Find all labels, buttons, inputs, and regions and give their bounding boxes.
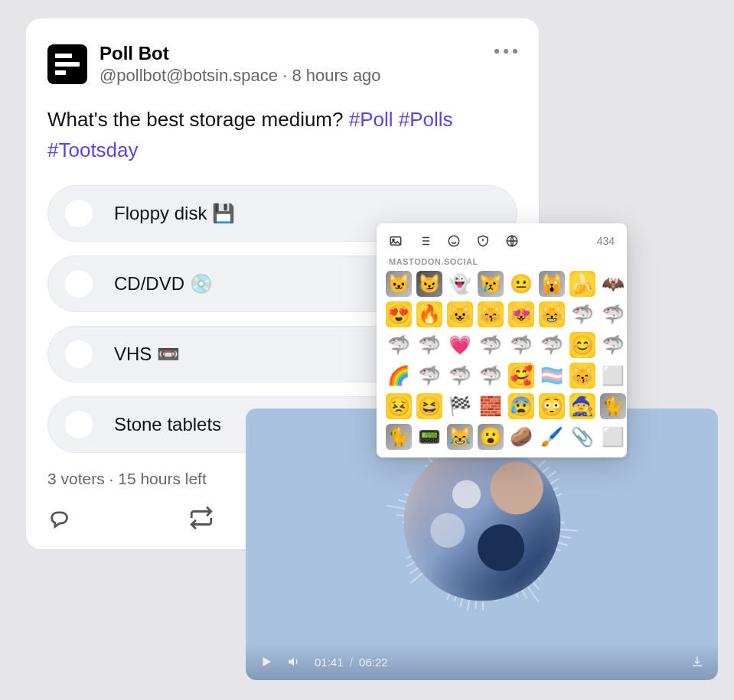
emoji-picker-panel: 434 MASTODON.SOCIAL 🐱😼👻😿😐🙀🍌🦇😍🔥😺😽😻😸🦈🦈🦈🦈💗🦈… (377, 223, 627, 457)
boost-icon[interactable] (188, 505, 214, 531)
more-options-button[interactable] (494, 49, 517, 54)
emoji-cell[interactable]: 🖌️ (539, 424, 565, 450)
emoji-cell[interactable]: 🦇 (600, 271, 626, 297)
reply-icon[interactable] (47, 505, 73, 531)
list-tab-icon[interactable] (418, 234, 432, 248)
emoji-cell[interactable]: 🦈 (416, 332, 442, 358)
poll-question-text: What's the best storage medium? (47, 108, 349, 131)
audio-total-time: 06:22 (359, 656, 388, 669)
emoji-cell[interactable]: 😰 (508, 393, 534, 419)
emoji-cell[interactable]: 🥔 (508, 424, 534, 450)
poll-option-label: VHS 📼 (114, 343, 180, 365)
emoji-cell[interactable]: 🦈 (508, 332, 534, 358)
radio-indicator (65, 200, 93, 227)
poll-body-text: What's the best storage medium? #Poll #P… (47, 104, 517, 166)
char-count: 434 (597, 235, 615, 247)
audio-current-time: 01:41 (315, 656, 344, 669)
audio-controls-bar: 01:41 / 06:22 (246, 643, 718, 680)
play-button[interactable] (259, 655, 273, 669)
emoji-cell[interactable]: 🐈 (386, 424, 412, 450)
emoji-cell[interactable]: 📟 (416, 424, 442, 450)
emoji-cell[interactable]: 🥰 (508, 363, 534, 389)
emoji-cell[interactable]: 🧱 (478, 393, 504, 419)
poll-option-label: Floppy disk 💾 (114, 203, 235, 224)
radio-indicator (65, 270, 93, 298)
emoji-cell[interactable]: 😳 (539, 393, 565, 419)
emoji-cell[interactable]: 👻 (447, 271, 473, 297)
emoji-cell[interactable]: 😿 (478, 271, 504, 297)
emoji-cell[interactable]: 🏁 (447, 393, 473, 419)
poll-bot-avatar[interactable] (47, 44, 87, 84)
emoji-cell[interactable]: 🦈 (600, 332, 626, 358)
emoji-cell[interactable]: 🦈 (386, 332, 412, 358)
emoji-cell[interactable]: 😣 (386, 393, 412, 419)
emoji-cell[interactable]: 🔥 (416, 301, 442, 327)
emoji-cell[interactable]: 🦈 (569, 301, 595, 327)
emoji-cell[interactable]: 💗 (447, 332, 473, 358)
emoji-cell[interactable]: 😻 (508, 301, 534, 327)
emoji-cell[interactable]: 😹 (447, 424, 473, 450)
radio-indicator (65, 411, 93, 438)
emoji-cell[interactable]: 🦈 (478, 363, 504, 389)
media-tab-icon[interactable] (389, 234, 403, 248)
hashtag-polls[interactable]: #Polls (399, 108, 453, 131)
emoji-cell[interactable]: ⬜ (600, 363, 626, 389)
emoji-server-label: MASTODON.SOCIAL (389, 257, 618, 266)
emoji-cell[interactable]: 🦈 (416, 363, 442, 389)
hashtag-poll[interactable]: #Poll (349, 108, 393, 131)
cw-tab-icon[interactable] (476, 234, 490, 248)
emoji-cell[interactable]: 🙀 (539, 271, 565, 297)
emoji-cell[interactable]: 🦈 (600, 301, 626, 327)
poll-option-label: Stone tablets (114, 414, 221, 435)
emoji-cell[interactable]: 😽 (478, 301, 504, 327)
poll-timestamp: 8 hours ago (292, 66, 380, 85)
svg-point-2 (449, 236, 459, 246)
globe-tab-icon[interactable] (505, 234, 519, 248)
emoji-cell[interactable]: 🐱 (386, 271, 412, 297)
emoji-cell[interactable]: 😽 (569, 363, 595, 389)
emoji-cell[interactable]: 🐈 (600, 393, 626, 419)
poll-time-left: 15 hours left (118, 470, 207, 487)
emoji-grid: 🐱😼👻😿😐🙀🍌🦇😍🔥😺😽😻😸🦈🦈🦈🦈💗🦈🦈🦈😊🦈🌈🦈🦈🦈🥰🏳️‍⚧️😽⬜😣😆🏁🧱… (386, 271, 618, 450)
radio-indicator (65, 340, 93, 368)
emoji-tab-bar: 434 (386, 233, 618, 256)
poll-option-label: CD/DVD 💿 (114, 273, 213, 295)
emoji-cell[interactable]: 🍌 (569, 271, 595, 297)
download-button[interactable] (690, 655, 704, 669)
poll-header: Poll Bot @pollbot@botsin.space · 8 hours… (47, 41, 517, 87)
emoji-cell[interactable]: 🦈 (478, 332, 504, 358)
hashtag-tootsday[interactable]: #Tootsday (47, 138, 139, 161)
emoji-cell[interactable]: 🦈 (447, 363, 473, 389)
emoji-cell[interactable]: 😮 (478, 424, 504, 450)
emoji-cell[interactable]: 😆 (416, 393, 442, 419)
audio-time-display: 01:41 / 06:22 (315, 656, 388, 669)
emoji-cell[interactable]: 🌈 (386, 363, 412, 389)
emoji-cell[interactable]: 😸 (539, 301, 565, 327)
poll-meta: @pollbot@botsin.space · 8 hours ago (99, 65, 381, 87)
poll-handle[interactable]: @pollbot@botsin.space (99, 66, 278, 85)
smiley-tab-icon[interactable] (447, 234, 461, 248)
emoji-cell[interactable]: 📎 (569, 424, 595, 450)
emoji-cell[interactable]: 😊 (569, 332, 595, 358)
poll-author-block: Poll Bot @pollbot@botsin.space · 8 hours… (99, 41, 381, 87)
emoji-cell[interactable]: 🏳️‍⚧️ (539, 363, 565, 389)
emoji-cell[interactable]: 🦈 (539, 332, 565, 358)
audio-album-art[interactable] (403, 444, 560, 601)
emoji-cell[interactable]: 😼 (416, 271, 442, 297)
poll-author-name[interactable]: Poll Bot (99, 41, 381, 65)
emoji-cell[interactable]: 😍 (386, 301, 412, 327)
poll-voters: 3 voters (47, 470, 105, 487)
emoji-cell[interactable]: 😺 (447, 301, 473, 327)
volume-button[interactable] (287, 655, 301, 669)
emoji-cell[interactable]: ⬜ (600, 424, 626, 450)
emoji-cell[interactable]: 😐 (508, 271, 534, 297)
emoji-cell[interactable]: 🧙 (569, 393, 595, 419)
